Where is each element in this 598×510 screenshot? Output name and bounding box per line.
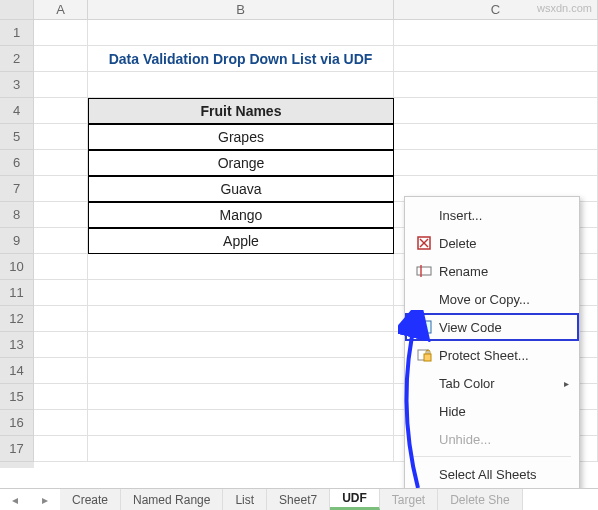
title-cell[interactable]: Data Validation Drop Down List via UDF bbox=[88, 46, 394, 72]
sheet-tab-delete[interactable]: Delete She bbox=[438, 489, 522, 510]
menu-hide[interactable]: Hide bbox=[405, 397, 579, 425]
row-header[interactable]: 3 bbox=[0, 72, 34, 98]
cell[interactable] bbox=[394, 98, 598, 124]
cell[interactable] bbox=[34, 72, 88, 98]
cell[interactable] bbox=[88, 280, 394, 306]
column-header[interactable]: C bbox=[394, 0, 598, 19]
menu-label: Tab Color bbox=[439, 376, 495, 391]
cell[interactable] bbox=[88, 254, 394, 280]
row-header[interactable]: 2 bbox=[0, 46, 34, 72]
row-header[interactable]: 15 bbox=[0, 384, 34, 410]
cell[interactable] bbox=[34, 436, 88, 462]
fruit-cell[interactable]: Mango bbox=[88, 202, 394, 228]
cell[interactable] bbox=[394, 20, 598, 46]
cell[interactable] bbox=[34, 384, 88, 410]
cell[interactable] bbox=[88, 332, 394, 358]
protect-icon bbox=[413, 347, 435, 363]
delete-icon bbox=[413, 235, 435, 251]
fruit-cell[interactable]: Grapes bbox=[88, 124, 394, 150]
row-header[interactable]: 10 bbox=[0, 254, 34, 280]
select-all-corner[interactable] bbox=[0, 0, 34, 19]
cell[interactable] bbox=[34, 358, 88, 384]
cell[interactable] bbox=[34, 410, 88, 436]
cell[interactable] bbox=[88, 20, 394, 46]
cell[interactable] bbox=[394, 150, 598, 176]
cell[interactable] bbox=[88, 436, 394, 462]
cell[interactable] bbox=[34, 46, 88, 72]
column-header[interactable]: B bbox=[88, 0, 394, 19]
row-header[interactable]: 17 bbox=[0, 436, 34, 462]
row-header[interactable]: 5 bbox=[0, 124, 34, 150]
row-header[interactable]: 4 bbox=[0, 98, 34, 124]
nav-prev-icon[interactable]: ◂ bbox=[12, 493, 18, 507]
sheet-tab-sheet7[interactable]: Sheet7 bbox=[267, 489, 330, 510]
sheet-tab-udf[interactable]: UDF bbox=[330, 489, 380, 510]
cell[interactable] bbox=[34, 332, 88, 358]
row-header[interactable]: 8 bbox=[0, 202, 34, 228]
svg-rect-5 bbox=[417, 321, 431, 333]
menu-label: Delete bbox=[439, 236, 477, 251]
fruit-cell[interactable]: Guava bbox=[88, 176, 394, 202]
tab-nav-group: ◂ ▸ bbox=[0, 489, 60, 510]
cell[interactable] bbox=[88, 306, 394, 332]
cell[interactable] bbox=[34, 98, 88, 124]
row-header[interactable]: 11 bbox=[0, 280, 34, 306]
svg-rect-3 bbox=[417, 267, 431, 275]
cell[interactable] bbox=[34, 176, 88, 202]
menu-move-or-copy[interactable]: Move or Copy... bbox=[405, 285, 579, 313]
cell[interactable] bbox=[88, 72, 394, 98]
row-header[interactable]: 16 bbox=[0, 410, 34, 436]
rename-icon bbox=[413, 263, 435, 279]
menu-label: Rename bbox=[439, 264, 488, 279]
cell[interactable] bbox=[34, 254, 88, 280]
menu-insert[interactable]: Insert... bbox=[405, 201, 579, 229]
cell[interactable] bbox=[394, 46, 598, 72]
sheet-tab-list[interactable]: List bbox=[223, 489, 267, 510]
cell[interactable] bbox=[34, 124, 88, 150]
menu-unhide: Unhide... bbox=[405, 425, 579, 453]
menu-delete[interactable]: Delete bbox=[405, 229, 579, 257]
menu-protect-sheet[interactable]: Protect Sheet... bbox=[405, 341, 579, 369]
cell[interactable] bbox=[34, 202, 88, 228]
cell[interactable] bbox=[34, 228, 88, 254]
menu-label: Select All Sheets bbox=[439, 467, 537, 482]
sheet-tab-named-range[interactable]: Named Range bbox=[121, 489, 223, 510]
fruit-cell[interactable]: Orange bbox=[88, 150, 394, 176]
sheet-tab-create[interactable]: Create bbox=[60, 489, 121, 510]
menu-label: Insert... bbox=[439, 208, 482, 223]
sheet-tab-target[interactable]: Target bbox=[380, 489, 438, 510]
row-header[interactable]: 14 bbox=[0, 358, 34, 384]
cell[interactable] bbox=[394, 72, 598, 98]
column-header[interactable]: A bbox=[34, 0, 88, 19]
cell[interactable] bbox=[88, 410, 394, 436]
cell[interactable] bbox=[34, 280, 88, 306]
sheet-context-menu: Insert... Delete Rename Move or Copy... … bbox=[404, 196, 580, 493]
menu-rename[interactable]: Rename bbox=[405, 257, 579, 285]
view-code-icon bbox=[413, 319, 435, 335]
cell[interactable] bbox=[34, 150, 88, 176]
menu-tab-color[interactable]: Tab Color ▸ bbox=[405, 369, 579, 397]
cell[interactable] bbox=[34, 306, 88, 332]
menu-select-all-sheets[interactable]: Select All Sheets bbox=[405, 460, 579, 488]
sheet-tab-bar: ◂ ▸ Create Named Range List Sheet7 UDF T… bbox=[0, 488, 598, 510]
menu-label: Protect Sheet... bbox=[439, 348, 529, 363]
row-header[interactable]: 6 bbox=[0, 150, 34, 176]
column-header-row: A B C bbox=[0, 0, 598, 20]
row-header[interactable]: 13 bbox=[0, 332, 34, 358]
cell[interactable] bbox=[88, 358, 394, 384]
row-header-column: 1 2 3 4 5 6 7 8 9 10 11 12 13 14 15 16 1… bbox=[0, 20, 34, 468]
row-header[interactable]: 1 bbox=[0, 20, 34, 46]
cell[interactable] bbox=[88, 384, 394, 410]
menu-separator bbox=[413, 456, 571, 457]
fruit-table-header[interactable]: Fruit Names bbox=[88, 98, 394, 124]
row-header[interactable]: 7 bbox=[0, 176, 34, 202]
cell[interactable] bbox=[34, 20, 88, 46]
cell[interactable] bbox=[394, 124, 598, 150]
chevron-right-icon: ▸ bbox=[564, 378, 569, 389]
menu-view-code[interactable]: View Code bbox=[405, 313, 579, 341]
fruit-cell[interactable]: Apple bbox=[88, 228, 394, 254]
row-header[interactable]: 12 bbox=[0, 306, 34, 332]
row-header[interactable]: 9 bbox=[0, 228, 34, 254]
menu-label: View Code bbox=[439, 320, 502, 335]
nav-next-icon[interactable]: ▸ bbox=[42, 493, 48, 507]
